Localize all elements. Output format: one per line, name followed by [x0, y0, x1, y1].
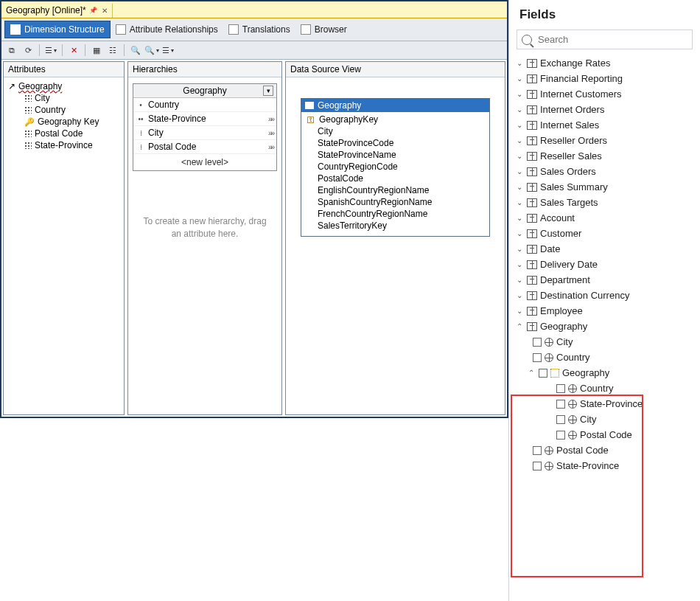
dsv-column[interactable]: EnglishCountryRegionName: [304, 184, 486, 196]
checkbox[interactable]: [533, 338, 542, 347]
hierarchy-level[interactable]: ⁞City»»: [133, 126, 276, 140]
field-table[interactable]: ⌄Delivery Date: [509, 257, 700, 272]
expand-icon[interactable]: »»: [268, 143, 273, 151]
chevron-down-icon[interactable]: ⌄: [515, 136, 524, 145]
search-input[interactable]: [536, 33, 687, 46]
chevron-down-icon[interactable]: ⌄: [515, 245, 524, 253]
field-hierarchy-level[interactable]: City: [509, 411, 700, 427]
chevron-up-icon[interactable]: ⌃: [515, 322, 524, 330]
field-table[interactable]: ⌄Internet Orders: [509, 102, 700, 117]
attribute-item[interactable]: State-Province: [5, 139, 122, 151]
dsv-column[interactable]: StateProvinceName: [304, 149, 486, 161]
list-dropdown[interactable]: ☰: [161, 44, 175, 57]
checkbox[interactable]: [533, 462, 542, 470]
checkbox[interactable]: [539, 369, 547, 378]
expand-icon[interactable]: »»: [268, 115, 273, 123]
pin-icon[interactable]: 📌: [89, 7, 97, 14]
tab-browser[interactable]: Browser: [295, 21, 352, 38]
dsv-column[interactable]: PostalCode: [304, 173, 486, 184]
dsv-column[interactable]: StateProvinceCode: [304, 137, 486, 149]
checkbox[interactable]: [556, 415, 565, 424]
field-table[interactable]: ⌄Reseller Sales: [509, 148, 700, 164]
attribute-item[interactable]: Country: [5, 104, 122, 116]
checkbox[interactable]: [556, 384, 565, 393]
zoom-dropdown[interactable]: 🔍: [145, 44, 158, 57]
field-table[interactable]: ⌄Department: [509, 272, 700, 288]
field-hierarchy-level[interactable]: State-Province: [509, 396, 700, 411]
field-table[interactable]: ⌄Financial Reporting: [509, 71, 700, 86]
field-table[interactable]: ⌄Destination Currency: [509, 288, 700, 303]
hierarchy-new-level[interactable]: <new level>: [133, 154, 276, 170]
attribute-root[interactable]: ↗ Geography: [5, 80, 122, 92]
dsv-column[interactable]: City: [304, 125, 486, 137]
field-column[interactable]: State-Province: [509, 458, 700, 473]
dsv-column-key[interactable]: GeographyKey: [304, 114, 486, 125]
chevron-down-icon[interactable]: ⌄: [515, 90, 524, 98]
field-table[interactable]: ⌄Exchange Rates: [509, 55, 700, 71]
hierarchy-level[interactable]: ••State-Province»»: [133, 112, 276, 126]
chevron-down-icon[interactable]: ⌄: [515, 276, 524, 284]
process-icon[interactable]: ⟳: [21, 44, 35, 57]
field-hierarchy-level[interactable]: Country: [509, 381, 700, 396]
dsv-table[interactable]: Geography GeographyKey City StateProvinc…: [301, 98, 490, 237]
dsv-column[interactable]: CountryRegionCode: [304, 161, 486, 173]
chevron-down-icon[interactable]: ⌄: [515, 121, 524, 129]
chevron-up-icon[interactable]: ⌃: [527, 369, 536, 377]
document-tab[interactable]: Geography [Online]* 📌 ✕: [1, 4, 113, 18]
field-hierarchy-level[interactable]: Postal Code: [509, 427, 700, 442]
field-table[interactable]: ⌄Date: [509, 241, 700, 257]
chevron-down-icon[interactable]: ⌄: [515, 291, 524, 299]
chevron-down-icon[interactable]: ⌄: [515, 214, 524, 222]
field-hierarchy[interactable]: ⌃Geography: [509, 365, 700, 381]
dsv-column[interactable]: SalesTerritoryKey: [304, 220, 486, 232]
dsv-column[interactable]: SpanishCountryRegionName: [304, 196, 486, 208]
dsv-column[interactable]: FrenchCountryRegionName: [304, 208, 486, 220]
find-icon[interactable]: 🔍: [129, 44, 142, 57]
field-column[interactable]: Country: [509, 350, 700, 365]
checkbox[interactable]: [533, 446, 542, 455]
delete-icon[interactable]: ✕: [67, 44, 80, 57]
chevron-down-icon[interactable]: ⌄: [515, 74, 524, 83]
tab-dimension-structure[interactable]: Dimension Structure: [4, 21, 111, 38]
field-table-geography[interactable]: ⌃Geography: [509, 319, 700, 334]
checkbox[interactable]: [556, 431, 565, 440]
chevron-down-icon[interactable]: ⌄: [515, 152, 524, 160]
attribute-item[interactable]: Postal Code: [5, 128, 122, 139]
tree-icon[interactable]: ☷: [106, 44, 119, 57]
field-table[interactable]: ⌄Internet Customers: [509, 86, 700, 102]
chevron-down-icon[interactable]: ⌄: [515, 229, 524, 237]
field-table[interactable]: ⌄Employee: [509, 303, 700, 319]
tab-translations[interactable]: Translations: [223, 21, 295, 38]
chevron-down-icon[interactable]: ▾: [263, 86, 273, 96]
table-icon[interactable]: ▦: [90, 44, 103, 57]
hierarchy-box[interactable]: Geography ▾ •Country ••State-Province»» …: [133, 83, 277, 171]
chevron-down-icon[interactable]: ⌄: [515, 167, 524, 176]
field-table[interactable]: ⌄Sales Targets: [509, 195, 700, 210]
fields-search[interactable]: [517, 29, 693, 49]
field-table[interactable]: ⌄Internet Sales: [509, 117, 700, 133]
checkbox[interactable]: [556, 400, 565, 409]
add-bi-icon[interactable]: ⧉: [5, 44, 18, 57]
view-dropdown[interactable]: ☰: [44, 44, 57, 57]
field-table[interactable]: ⌄Sales Summary: [509, 179, 700, 195]
expand-icon[interactable]: »»: [268, 129, 273, 137]
attribute-item[interactable]: 🔑Geography Key: [5, 116, 122, 128]
attribute-item[interactable]: City: [5, 92, 122, 104]
hierarchy-level[interactable]: •Country: [133, 98, 276, 112]
field-table[interactable]: ⌄Sales Orders: [509, 164, 700, 179]
field-table[interactable]: ⌄Customer: [509, 226, 700, 241]
checkbox[interactable]: [533, 353, 542, 362]
field-table[interactable]: ⌄Account: [509, 210, 700, 226]
chevron-down-icon[interactable]: ⌄: [515, 307, 524, 315]
field-table[interactable]: ⌄Reseller Orders: [509, 133, 700, 148]
field-column[interactable]: City: [509, 334, 700, 350]
tab-attribute-relationships[interactable]: Attribute Relationships: [111, 21, 223, 38]
field-column[interactable]: Postal Code: [509, 442, 700, 458]
hierarchy-title-row[interactable]: Geography ▾: [133, 84, 276, 98]
chevron-down-icon[interactable]: ⌄: [515, 105, 524, 114]
hierarchy-level[interactable]: ⁞Postal Code»»: [133, 140, 276, 154]
chevron-down-icon[interactable]: ⌄: [515, 198, 524, 206]
dsv-table-header[interactable]: Geography: [301, 99, 489, 112]
close-icon[interactable]: ✕: [102, 7, 108, 15]
chevron-down-icon[interactable]: ⌄: [515, 59, 524, 67]
